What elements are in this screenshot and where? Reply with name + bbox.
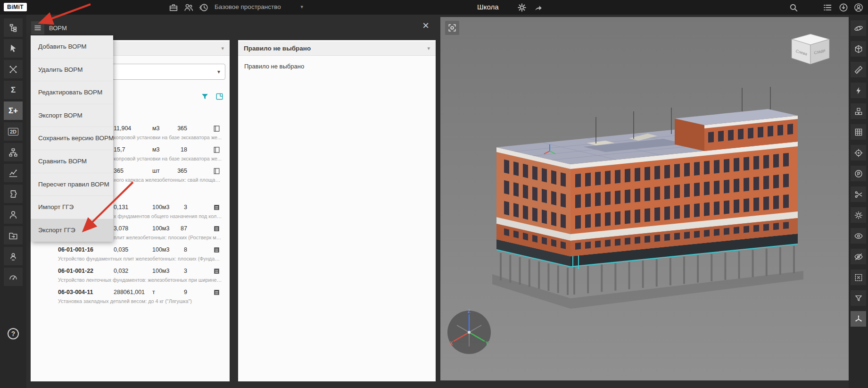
help-button[interactable]: ? [4,324,23,343]
user-tool[interactable] [4,205,23,224]
help-label: ? [8,328,19,339]
card-flag-icon[interactable] [213,146,221,154]
sum-tool[interactable]: Σ [4,81,23,99]
viewport-3d[interactable]: Слева Сзади Z X Y [440,17,849,380]
orbit-tool[interactable] [851,20,866,36]
close-icon[interactable]: × [422,20,429,31]
menu-item[interactable]: Сохранить версию ВОРМ [31,127,113,150]
sync-icon[interactable] [838,2,849,13]
hide-tool[interactable] [851,249,866,264]
vorm-row[interactable]: 06-01-001-160,035100м38Устройство фундам… [31,245,230,266]
row-quantity: 11,904 [114,125,131,132]
axis-z-label: Z [468,309,471,314]
show-tool[interactable] [851,228,866,244]
row-quantity: 15,7 [114,146,125,153]
row-count: 8 [170,246,187,253]
row-description: ного каркаса железобетонных: свай площад… [114,177,223,183]
measure-tool[interactable] [851,62,866,77]
row-count: 9 [170,289,187,295]
row-description: Устройство фундаментных плит железобетон… [58,256,223,261]
properties-tool[interactable] [851,166,866,181]
axis-x-label: X [450,341,453,346]
user-location-tool[interactable] [4,247,23,265]
card-grid-icon[interactable] [213,288,221,296]
section-box-tool[interactable] [851,41,866,57]
view-cube[interactable]: Слева Сзади [792,34,829,64]
2d-view-tool[interactable]: 2D [4,122,23,141]
chevron-down-icon: ▾ [300,4,303,9]
sum-plus-tool[interactable]: Σ+ [4,101,23,120]
vorm-menu-button[interactable] [31,21,44,34]
row-unit: м3 [152,125,160,132]
rule-header-label: Правило не выбрано [244,45,311,52]
row-count: 3 [170,204,187,211]
card-grid-icon[interactable] [213,267,221,275]
structure-tool[interactable] [4,143,23,161]
focus-tool[interactable] [851,145,866,160]
menu-item[interactable]: Импорт ГГЭ [31,196,113,219]
row-description: Устройство ленточных фундаментов: железо… [58,277,223,283]
menu-item[interactable]: Сравнить ВОРМ [31,150,113,173]
dashboard-tool[interactable] [4,268,23,286]
card-grid-icon[interactable] [213,203,221,211]
assemblies-tool[interactable] [851,103,866,119]
row-quantity: 0,035 [114,246,128,253]
chevron-down-icon: ▾ [217,69,220,75]
pin-select-tool[interactable] [4,39,23,58]
topbar: BiMiT Базовое пространство ▾ Школа [0,0,868,15]
menu-item[interactable]: Пересчет правил ВОРМ [31,173,113,196]
card-flag-icon[interactable] [213,125,221,133]
menu-item[interactable]: Удалить ВОРМ [31,59,113,82]
viewport-focus-button[interactable] [445,21,459,35]
vorm-row[interactable]: 06-01-001-220,032100м33Устройство ленточ… [31,266,230,287]
row-count: 18 [170,146,187,153]
card-view-icon[interactable] [215,92,224,101]
vorm-window-title: ВОРМ [49,25,67,32]
filter-funnel-icon[interactable] [200,92,209,101]
row-count: 87 [170,225,187,232]
user-avatar[interactable] [853,2,864,13]
grid-tool[interactable] [851,124,866,140]
filter-tool[interactable] [851,290,866,306]
isolate-tool[interactable] [851,270,866,285]
settings-gear-icon[interactable] [517,2,527,13]
shared-folder-tool[interactable] [4,226,23,245]
row-unit: 100м3 [152,246,169,253]
workspace-select[interactable]: Базовое пространство ▾ [215,3,303,10]
search-icon[interactable] [788,2,799,13]
vorm-filter-row [200,92,224,101]
vorm-row[interactable]: 06-03-004-11288061,001т9Установка заклад… [31,287,230,309]
list-menu-icon[interactable] [822,2,833,13]
gizmo-tool[interactable] [851,311,866,327]
chevron-down-icon: ▾ [221,46,224,51]
menu-item[interactable]: Экспорт ГГЭ [31,219,113,242]
model-tree-tool[interactable] [4,18,23,37]
row-unit: 100м3 [152,225,169,232]
row-count: 365 [170,168,187,174]
row-description: копровой установки на базе экскаватора ж… [114,135,223,140]
lighting-tool[interactable] [851,207,866,223]
team-icon[interactable] [183,2,194,13]
row-description: х фундаментов общего назначения под коло… [114,213,223,219]
row-quantity: 0,032 [114,268,128,274]
row-unit: шт [152,168,160,174]
card-grid-icon[interactable] [213,225,221,233]
menu-item[interactable]: Добавить ВОРМ [31,35,113,59]
row-unit: м3 [152,146,160,153]
share-icon[interactable] [533,2,543,13]
charts-tool[interactable] [4,164,23,182]
history-icon[interactable] [198,2,209,13]
connections-tool[interactable] [4,60,23,78]
section-cut-tool[interactable] [851,186,866,202]
row-count: 365 [170,125,187,132]
projects-icon[interactable] [168,2,179,13]
card-flag-icon[interactable] [213,167,221,175]
menu-item[interactable]: Редактировать ВОРМ [31,81,113,104]
plugins-tool[interactable] [4,185,23,203]
rule-panel-header[interactable]: Правило не выбрано ▾ [238,42,436,56]
clash-tool[interactable] [851,83,866,98]
card-grid-icon[interactable] [213,246,221,254]
menu-item[interactable]: Экспорт ВОРМ [31,104,113,127]
row-quantity: 0,131 [114,204,128,211]
row-quantity: 3,078 [114,225,128,232]
